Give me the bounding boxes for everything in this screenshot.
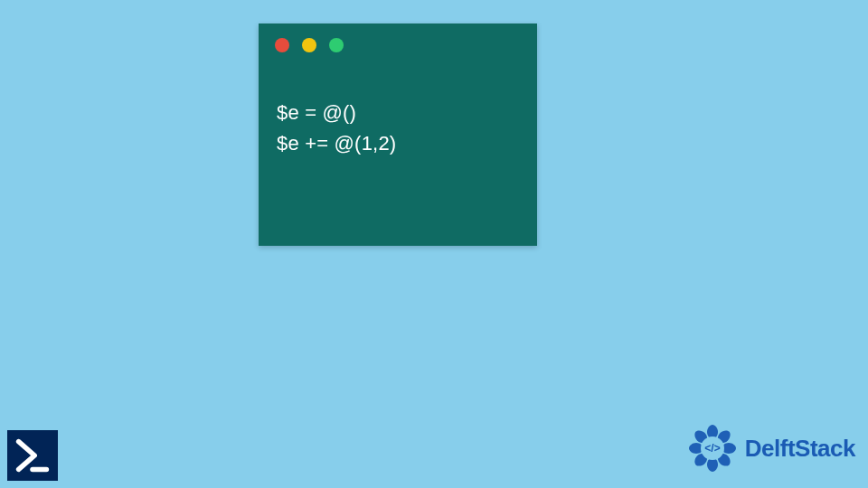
delftstack-logo-icon: </> [685, 421, 740, 475]
delftstack-logo: </> DelftStack [685, 421, 855, 475]
code-line-1: $e = @() [277, 98, 519, 128]
window-titlebar [259, 23, 537, 67]
maximize-icon [329, 38, 344, 52]
minimize-icon [302, 38, 316, 52]
powershell-icon [7, 430, 58, 481]
code-body: $e = @() $e += @(1,2) [259, 67, 537, 177]
svg-text:</>: </> [704, 442, 720, 455]
code-line-2: $e += @(1,2) [277, 128, 519, 159]
code-window: $e = @() $e += @(1,2) [259, 23, 537, 246]
close-icon [275, 38, 289, 52]
delftstack-logo-text: DelftStack [745, 435, 855, 463]
